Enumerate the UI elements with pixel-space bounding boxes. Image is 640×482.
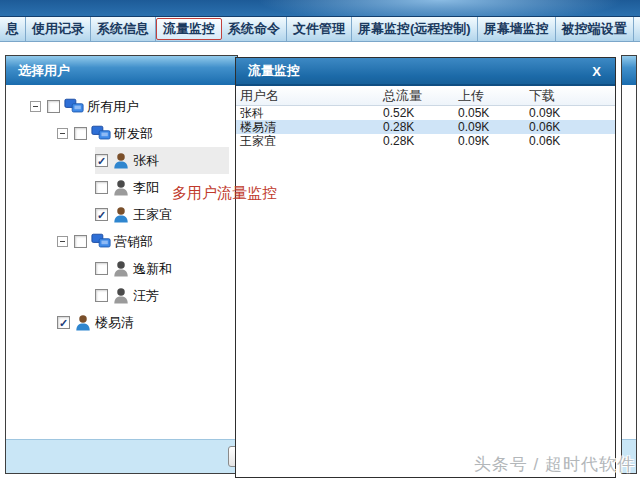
- user-person-icon: [112, 152, 130, 169]
- traffic-table-header: 用户名总流量上传下载: [236, 86, 615, 106]
- tree-node-label: 王家宜: [133, 206, 176, 224]
- cell-name: 王家宜: [240, 134, 383, 148]
- select-user-title: 选择用户: [6, 56, 237, 85]
- cell-download: 0.06K: [529, 120, 615, 134]
- tree-node-label: 营销部: [114, 233, 157, 251]
- tree-row-2: ✓张科: [6, 147, 237, 174]
- user-tree: 所有用户研发部✓张科李阳✓王家宜营销部逸新和汪芳✓楼易清: [6, 85, 237, 439]
- traffic-row-0[interactable]: 张科0.52K0.05K0.09K: [236, 106, 615, 120]
- cell-download: 0.09K: [529, 106, 615, 120]
- toolbar-tab-0[interactable]: 息: [0, 17, 26, 41]
- cell-upload: 0.09K: [458, 134, 529, 148]
- node-checkbox[interactable]: [95, 289, 108, 302]
- cell-download: 0.06K: [529, 134, 615, 148]
- cell-total: 0.52K: [383, 106, 458, 120]
- main-area: 选择用户 所有用户研发部✓张科李阳✓王家宜营销部逸新和汪芳✓楼易清 流量监控 X…: [0, 42, 640, 482]
- column-header-3: 下载: [529, 87, 615, 105]
- tree-row-8: ✓楼易清: [6, 309, 237, 336]
- user-person-icon: [74, 314, 92, 331]
- toolbar-tab-4[interactable]: 系统命令: [222, 17, 287, 41]
- traffic-row-2[interactable]: 王家宜0.28K0.09K0.06K: [236, 134, 615, 148]
- tree-node[interactable]: 研发部: [74, 120, 229, 147]
- tree-node-label: 汪芳: [133, 287, 163, 305]
- toolbar-tab-1[interactable]: 使用记录: [26, 17, 91, 41]
- traffic-dialog-header: 流量监控 X: [236, 58, 615, 86]
- user-person-icon: [112, 179, 130, 196]
- cell-name: 楼易清: [240, 120, 383, 134]
- tree-node[interactable]: 汪芳: [95, 282, 229, 309]
- collapse-icon[interactable]: [30, 101, 41, 112]
- group-computers-icon: [91, 233, 111, 250]
- tree-node-label: 张科: [133, 152, 163, 170]
- cell-total: 0.28K: [383, 134, 458, 148]
- tree-node-label: 李阳: [133, 179, 163, 197]
- column-header-0: 用户名: [240, 87, 383, 105]
- toolbar-tab-6[interactable]: 屏幕监控(远程控制): [352, 17, 478, 41]
- tree-node-label: 逸新和: [133, 260, 176, 278]
- window-title-banner: [0, 0, 640, 17]
- tree-node[interactable]: ✓王家宜: [95, 201, 229, 228]
- tree-node-label: 楼易清: [95, 314, 138, 332]
- toolbar: 息使用记录系统信息流量监控系统命令文件管理屏幕监控(远程控制)屏幕墙监控被控端设…: [0, 17, 640, 42]
- background-window-header-edge: [622, 56, 636, 85]
- node-checkbox[interactable]: ✓: [95, 208, 108, 221]
- group-computers-icon: [91, 125, 111, 142]
- select-user-footer: [6, 439, 237, 473]
- cell-name: 张科: [240, 106, 383, 120]
- column-header-1: 总流量: [383, 87, 458, 105]
- user-person-icon: [112, 206, 130, 223]
- tree-node[interactable]: 所有用户: [47, 93, 229, 120]
- traffic-dialog-title: 流量监控: [236, 62, 592, 80]
- node-checkbox[interactable]: ✓: [57, 316, 70, 329]
- user-person-icon: [112, 260, 130, 277]
- tree-node[interactable]: ✓张科: [95, 147, 229, 174]
- node-checkbox[interactable]: [74, 127, 87, 140]
- close-icon[interactable]: X: [592, 64, 615, 79]
- cell-upload: 0.09K: [458, 120, 529, 134]
- watermark-text: 头条号 / 超时代软件: [474, 453, 635, 476]
- background-window-edge: [621, 55, 637, 474]
- tree-row-0: 所有用户: [6, 93, 237, 120]
- node-checkbox[interactable]: [95, 262, 108, 275]
- toolbar-tab-7[interactable]: 屏幕墙监控: [478, 17, 556, 41]
- tree-row-7: 汪芳: [6, 282, 237, 309]
- tree-row-5: 营销部: [6, 228, 237, 255]
- toolbar-tab-5[interactable]: 文件管理: [287, 17, 352, 41]
- node-checkbox[interactable]: [47, 100, 60, 113]
- group-computers-icon: [64, 98, 84, 115]
- select-user-window: 选择用户 所有用户研发部✓张科李阳✓王家宜营销部逸新和汪芳✓楼易清: [5, 55, 238, 474]
- toolbar-tab-3[interactable]: 流量监控: [156, 18, 222, 40]
- cell-upload: 0.05K: [458, 106, 529, 120]
- tree-row-6: 逸新和: [6, 255, 237, 282]
- traffic-monitor-dialog: 流量监控 X 用户名总流量上传下载 张科0.52K0.05K0.09K楼易清0.…: [235, 57, 616, 478]
- column-header-2: 上传: [458, 87, 529, 105]
- toolbar-tab-2[interactable]: 系统信息: [91, 17, 156, 41]
- traffic-row-1[interactable]: 楼易清0.28K0.09K0.06K: [236, 120, 615, 134]
- collapse-icon[interactable]: [57, 128, 68, 139]
- toolbar-tab-8[interactable]: 被控端设置: [556, 17, 634, 41]
- background-window-body-edge: [622, 85, 636, 439]
- tree-node-label: 所有用户: [87, 98, 143, 116]
- node-checkbox[interactable]: [95, 181, 108, 194]
- cell-total: 0.28K: [383, 120, 458, 134]
- tree-node[interactable]: 营销部: [74, 228, 229, 255]
- traffic-table-body: 张科0.52K0.05K0.09K楼易清0.28K0.09K0.06K王家宜0.…: [236, 106, 615, 148]
- tree-row-1: 研发部: [6, 120, 237, 147]
- tree-row-4: ✓王家宜: [6, 201, 237, 228]
- annotation-text: 多用户流量监控: [172, 184, 277, 203]
- user-person-icon: [112, 287, 130, 304]
- tree-node-label: 研发部: [114, 125, 157, 143]
- node-checkbox[interactable]: ✓: [95, 154, 108, 167]
- collapse-icon[interactable]: [57, 236, 68, 247]
- tree-node[interactable]: 逸新和: [95, 255, 229, 282]
- node-checkbox[interactable]: [74, 235, 87, 248]
- tree-node[interactable]: ✓楼易清: [57, 309, 229, 336]
